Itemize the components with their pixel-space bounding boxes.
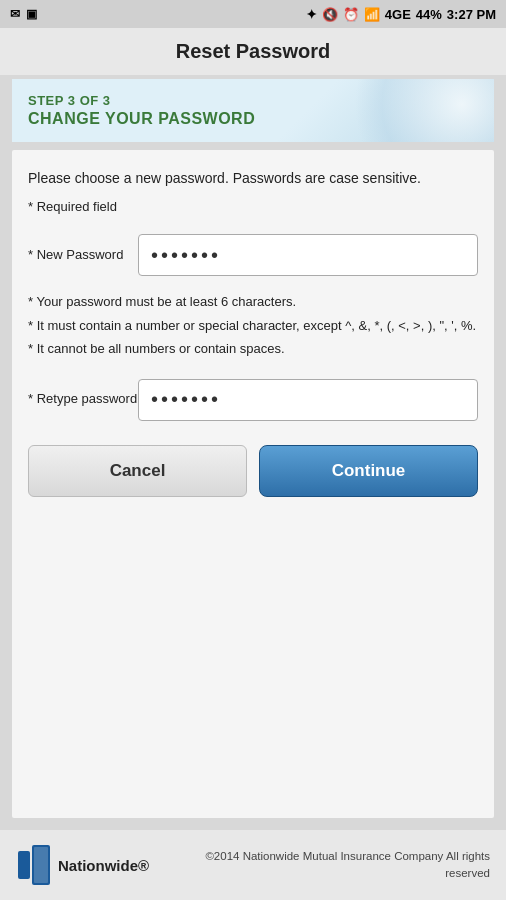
footer-logo-text: Nationwide® [58,857,149,874]
cancel-button[interactable]: Cancel [28,445,247,497]
nationwide-logo-icon [16,843,52,887]
bluetooth-icon: ✦ [306,7,317,22]
footer: Nationwide® ©2014 Nationwide Mutual Insu… [0,830,506,900]
button-row: Cancel Continue [28,445,478,497]
wifi-icon: 📶 [364,7,380,22]
gmail-icon: ✉ [10,7,20,21]
status-bar-left: ✉ ▣ [10,7,37,21]
retype-password-row: * Retype password [28,379,478,421]
page-title: Reset Password [0,40,506,63]
main-content: STEP 3 OF 3 CHANGE YOUR PASSWORD Please … [0,75,506,830]
required-field-text: * Required field [28,199,478,214]
new-password-label: * New Password [28,246,138,264]
new-password-row: * New Password [28,234,478,276]
rule-3: * It cannot be all numbers or contain sp… [28,339,478,359]
title-bar: Reset Password [0,28,506,75]
step-header: STEP 3 OF 3 CHANGE YOUR PASSWORD [12,79,494,142]
rules-section: * Your password must be at least 6 chara… [28,292,478,359]
description-text: Please choose a new password. Passwords … [28,168,478,189]
rule-1: * Your password must be at least 6 chara… [28,292,478,312]
retype-password-input[interactable] [138,379,478,421]
rule-2: * It must contain a number or special ch… [28,316,478,336]
status-bar-right: ✦ 🔇 ⏰ 📶 4GE 44% 3:27 PM [306,7,496,22]
mute-icon: 🔇 [322,7,338,22]
new-password-input[interactable] [138,234,478,276]
continue-button[interactable]: Continue [259,445,478,497]
photo-icon: ▣ [26,7,37,21]
svg-rect-2 [34,847,48,883]
signal-strength: 4GE [385,7,411,22]
alarm-icon: ⏰ [343,7,359,22]
step-title: CHANGE YOUR PASSWORD [28,110,478,128]
footer-logo: Nationwide® [16,843,149,887]
time-display: 3:27 PM [447,7,496,22]
svg-rect-0 [18,851,30,879]
retype-password-label: * Retype password [28,390,138,408]
status-bar: ✉ ▣ ✦ 🔇 ⏰ 📶 4GE 44% 3:27 PM [0,0,506,28]
form-card: Please choose a new password. Passwords … [12,150,494,818]
footer-copyright: ©2014 Nationwide Mutual Insurance Compan… [163,848,490,883]
battery-level: 44% [416,7,442,22]
step-label: STEP 3 OF 3 [28,93,478,108]
